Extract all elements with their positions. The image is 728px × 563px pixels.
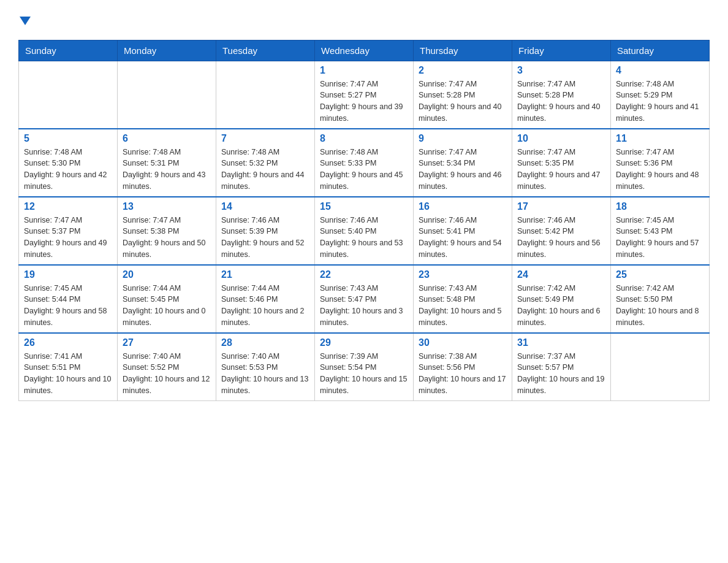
day-info: Sunrise: 7:46 AM Sunset: 5:42 PM Dayligh…	[517, 215, 605, 261]
day-number: 18	[616, 201, 704, 212]
calendar-table: SundayMondayTuesdayWednesdayThursdayFrid…	[18, 40, 710, 401]
day-number: 26	[24, 337, 112, 348]
day-number: 9	[419, 133, 507, 144]
day-info: Sunrise: 7:48 AM Sunset: 5:31 PM Dayligh…	[123, 147, 211, 193]
logo	[18, 12, 31, 30]
calendar-header-thursday: Thursday	[414, 40, 512, 61]
day-number: 27	[123, 337, 211, 348]
calendar-cell: 20Sunrise: 7:44 AM Sunset: 5:45 PM Dayli…	[118, 265, 216, 333]
calendar-header-saturday: Saturday	[611, 40, 710, 61]
day-info: Sunrise: 7:44 AM Sunset: 5:46 PM Dayligh…	[221, 283, 309, 329]
day-info: Sunrise: 7:45 AM Sunset: 5:44 PM Dayligh…	[24, 283, 112, 329]
calendar-cell: 10Sunrise: 7:47 AM Sunset: 5:35 PM Dayli…	[512, 129, 611, 197]
day-info: Sunrise: 7:48 AM Sunset: 5:33 PM Dayligh…	[320, 147, 408, 193]
calendar-cell: 4Sunrise: 7:48 AM Sunset: 5:29 PM Daylig…	[611, 61, 710, 129]
calendar-week-row: 19Sunrise: 7:45 AM Sunset: 5:44 PM Dayli…	[19, 265, 710, 333]
day-info: Sunrise: 7:48 AM Sunset: 5:30 PM Dayligh…	[24, 147, 112, 193]
calendar-cell	[216, 61, 315, 129]
day-number: 5	[24, 133, 112, 144]
day-number: 16	[419, 201, 507, 212]
day-info: Sunrise: 7:45 AM Sunset: 5:43 PM Dayligh…	[616, 215, 704, 261]
calendar-cell: 27Sunrise: 7:40 AM Sunset: 5:52 PM Dayli…	[118, 333, 216, 401]
day-info: Sunrise: 7:46 AM Sunset: 5:40 PM Dayligh…	[320, 215, 408, 261]
calendar-cell: 31Sunrise: 7:37 AM Sunset: 5:57 PM Dayli…	[512, 333, 611, 401]
day-info: Sunrise: 7:38 AM Sunset: 5:56 PM Dayligh…	[419, 351, 507, 397]
calendar-cell	[118, 61, 216, 129]
calendar-week-row: 12Sunrise: 7:47 AM Sunset: 5:37 PM Dayli…	[19, 197, 710, 265]
day-info: Sunrise: 7:47 AM Sunset: 5:34 PM Dayligh…	[419, 147, 507, 193]
calendar-week-row: 1Sunrise: 7:47 AM Sunset: 5:27 PM Daylig…	[19, 61, 710, 129]
calendar-cell: 28Sunrise: 7:40 AM Sunset: 5:53 PM Dayli…	[216, 333, 315, 401]
calendar-cell: 13Sunrise: 7:47 AM Sunset: 5:38 PM Dayli…	[118, 197, 216, 265]
calendar-cell: 18Sunrise: 7:45 AM Sunset: 5:43 PM Dayli…	[611, 197, 710, 265]
day-number: 24	[517, 269, 605, 280]
day-number: 4	[616, 65, 704, 76]
calendar-week-row: 26Sunrise: 7:41 AM Sunset: 5:51 PM Dayli…	[19, 333, 710, 401]
calendar-cell: 5Sunrise: 7:48 AM Sunset: 5:30 PM Daylig…	[19, 129, 118, 197]
day-info: Sunrise: 7:42 AM Sunset: 5:49 PM Dayligh…	[517, 283, 605, 329]
calendar-cell: 14Sunrise: 7:46 AM Sunset: 5:39 PM Dayli…	[216, 197, 315, 265]
calendar-cell: 2Sunrise: 7:47 AM Sunset: 5:28 PM Daylig…	[414, 61, 512, 129]
calendar-cell	[611, 333, 710, 401]
calendar-cell: 17Sunrise: 7:46 AM Sunset: 5:42 PM Dayli…	[512, 197, 611, 265]
day-number: 20	[123, 269, 211, 280]
day-number: 14	[221, 201, 309, 212]
calendar-cell: 23Sunrise: 7:43 AM Sunset: 5:48 PM Dayli…	[414, 265, 512, 333]
calendar-cell: 24Sunrise: 7:42 AM Sunset: 5:49 PM Dayli…	[512, 265, 611, 333]
calendar-cell: 7Sunrise: 7:48 AM Sunset: 5:32 PM Daylig…	[216, 129, 315, 197]
logo-triangle-icon	[20, 17, 31, 25]
day-info: Sunrise: 7:48 AM Sunset: 5:32 PM Dayligh…	[221, 147, 309, 193]
day-info: Sunrise: 7:43 AM Sunset: 5:47 PM Dayligh…	[320, 283, 408, 329]
day-info: Sunrise: 7:47 AM Sunset: 5:38 PM Dayligh…	[123, 215, 211, 261]
calendar-cell: 16Sunrise: 7:46 AM Sunset: 5:41 PM Dayli…	[414, 197, 512, 265]
calendar-cell: 15Sunrise: 7:46 AM Sunset: 5:40 PM Dayli…	[315, 197, 414, 265]
calendar-cell: 26Sunrise: 7:41 AM Sunset: 5:51 PM Dayli…	[19, 333, 118, 401]
day-number: 2	[419, 65, 507, 76]
day-info: Sunrise: 7:44 AM Sunset: 5:45 PM Dayligh…	[123, 283, 211, 329]
day-info: Sunrise: 7:40 AM Sunset: 5:52 PM Dayligh…	[123, 351, 211, 397]
calendar-header-tuesday: Tuesday	[216, 40, 315, 61]
day-number: 23	[419, 269, 507, 280]
day-info: Sunrise: 7:47 AM Sunset: 5:28 PM Dayligh…	[517, 79, 605, 124]
day-number: 29	[320, 337, 408, 348]
calendar-cell: 22Sunrise: 7:43 AM Sunset: 5:47 PM Dayli…	[315, 265, 414, 333]
day-info: Sunrise: 7:47 AM Sunset: 5:27 PM Dayligh…	[320, 79, 408, 124]
day-number: 12	[24, 201, 112, 212]
day-number: 7	[221, 133, 309, 144]
calendar-header-monday: Monday	[118, 40, 216, 61]
calendar-header-row: SundayMondayTuesdayWednesdayThursdayFrid…	[19, 40, 710, 61]
day-number: 31	[517, 337, 605, 348]
calendar-cell	[19, 61, 118, 129]
calendar-header-wednesday: Wednesday	[315, 40, 414, 61]
day-info: Sunrise: 7:43 AM Sunset: 5:48 PM Dayligh…	[419, 283, 507, 329]
day-number: 30	[419, 337, 507, 348]
day-info: Sunrise: 7:47 AM Sunset: 5:37 PM Dayligh…	[24, 215, 112, 261]
calendar-cell: 21Sunrise: 7:44 AM Sunset: 5:46 PM Dayli…	[216, 265, 315, 333]
day-number: 21	[221, 269, 309, 280]
calendar-header-friday: Friday	[512, 40, 611, 61]
day-info: Sunrise: 7:47 AM Sunset: 5:36 PM Dayligh…	[616, 147, 704, 193]
calendar-header-sunday: Sunday	[19, 40, 118, 61]
day-info: Sunrise: 7:47 AM Sunset: 5:28 PM Dayligh…	[419, 79, 507, 124]
calendar-cell: 6Sunrise: 7:48 AM Sunset: 5:31 PM Daylig…	[118, 129, 216, 197]
calendar-cell: 25Sunrise: 7:42 AM Sunset: 5:50 PM Dayli…	[611, 265, 710, 333]
calendar-cell: 30Sunrise: 7:38 AM Sunset: 5:56 PM Dayli…	[414, 333, 512, 401]
calendar-cell: 1Sunrise: 7:47 AM Sunset: 5:27 PM Daylig…	[315, 61, 414, 129]
day-info: Sunrise: 7:42 AM Sunset: 5:50 PM Dayligh…	[616, 283, 704, 329]
day-number: 6	[123, 133, 211, 144]
calendar-cell: 11Sunrise: 7:47 AM Sunset: 5:36 PM Dayli…	[611, 129, 710, 197]
day-number: 11	[616, 133, 704, 144]
day-number: 17	[517, 201, 605, 212]
calendar-cell: 3Sunrise: 7:47 AM Sunset: 5:28 PM Daylig…	[512, 61, 611, 129]
day-info: Sunrise: 7:46 AM Sunset: 5:39 PM Dayligh…	[221, 215, 309, 261]
day-number: 8	[320, 133, 408, 144]
day-number: 19	[24, 269, 112, 280]
page-header	[18, 12, 710, 30]
day-number: 22	[320, 269, 408, 280]
day-number: 25	[616, 269, 704, 280]
calendar-cell: 9Sunrise: 7:47 AM Sunset: 5:34 PM Daylig…	[414, 129, 512, 197]
day-info: Sunrise: 7:39 AM Sunset: 5:54 PM Dayligh…	[320, 351, 408, 397]
day-info: Sunrise: 7:47 AM Sunset: 5:35 PM Dayligh…	[517, 147, 605, 193]
calendar-cell: 19Sunrise: 7:45 AM Sunset: 5:44 PM Dayli…	[19, 265, 118, 333]
day-info: Sunrise: 7:41 AM Sunset: 5:51 PM Dayligh…	[24, 351, 112, 397]
